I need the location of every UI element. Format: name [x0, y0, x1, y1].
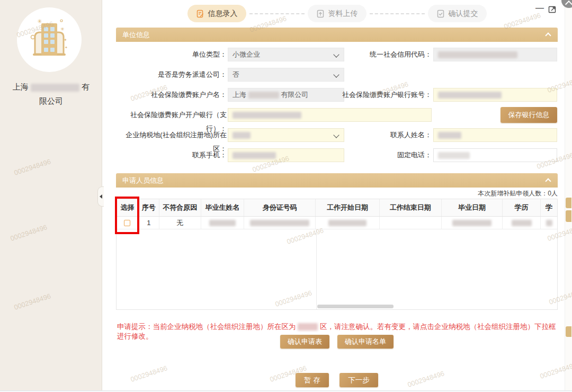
save-bank-info-button[interactable]: 保存银行信息 [501, 107, 557, 123]
table-empty-area [117, 229, 557, 309]
cell-reason: 无 [159, 217, 201, 229]
bank-branch-label: 社会保险缴费账户开户银行（支行）： [116, 108, 227, 122]
redacted-district [298, 323, 318, 331]
section-title: 申请人员信息 [122, 176, 164, 185]
redacted-company-name [31, 84, 79, 92]
unit-type-label: 单位类型： [116, 48, 227, 61]
col-work-start: 工作开始日期 [316, 199, 380, 216]
col-id-number: 身份证号码 [244, 199, 316, 216]
table-row: 1 无 [117, 217, 557, 229]
clipped-widget-fragment[interactable] [566, 210, 571, 222]
main-panel: — 信息录入 [102, 0, 572, 392]
clipped-widget-fragment[interactable] [566, 198, 571, 208]
section-title: 单位信息 [122, 30, 150, 40]
floating-widget-button[interactable] [561, 0, 572, 8]
col-reason: 不符合原因 [159, 199, 201, 216]
phone-input[interactable] [433, 148, 557, 162]
horizontal-scrollbar-thumb[interactable] [317, 305, 394, 308]
col-clipped: 学 [541, 199, 557, 216]
company-name-line2: 限公司 [0, 94, 102, 108]
step-connector [249, 13, 305, 14]
company-avatar: ✳ ✳ ✦ ✦ [17, 7, 82, 72]
footer-actions: 暂 存 下一步 [116, 373, 558, 387]
confirm-actions: 确认申请表 确认申请名单 [116, 335, 558, 349]
cell-clipped [541, 217, 557, 229]
mobile-label: 联系手机： [116, 148, 227, 162]
col-seq: 序号 [139, 199, 159, 216]
district-label: 企业纳税地(社会组织注册地)所在区： [116, 128, 227, 142]
section-header-unit-info: 单位信息 [116, 28, 558, 42]
check-doc-icon [436, 10, 445, 18]
cell-graduation-date [442, 217, 503, 229]
step-material-upload[interactable]: 资料上传 [308, 5, 367, 22]
bank-branch-input[interactable] [228, 108, 432, 122]
save-draft-button[interactable]: 暂 存 [296, 373, 329, 387]
credit-code-label: 统一社会信用代码： [317, 48, 432, 61]
fixed-column-divider [316, 229, 317, 309]
arrow-left-icon [100, 194, 102, 199]
bank-account-input[interactable] [433, 88, 557, 102]
col-graduation-date: 毕业日期 [442, 199, 503, 216]
cell-education [503, 217, 541, 229]
confirm-application-list-button[interactable]: 确认申请名单 [337, 335, 394, 349]
applicants-table: 选择 序号 不符合原因 毕业生姓名 身份证号码 工作开始日期 工作结束日期 毕业… [116, 199, 558, 310]
sidebar: ✳ ✳ ✦ ✦ 上海 有 限公司 [0, 0, 102, 392]
svg-text:✳: ✳ [37, 18, 42, 24]
table-header-row: 选择 序号 不符合原因 毕业生姓名 身份证号码 工作开始日期 工作结束日期 毕业… [117, 199, 557, 217]
step-label: 资料上传 [328, 9, 358, 19]
col-graduate-name: 毕业生姓名 [201, 199, 245, 216]
company-name-prefix: 上海 [13, 82, 29, 91]
step-connector [370, 13, 425, 14]
company-name: 上海 有 限公司 [0, 79, 102, 108]
building-icon: ✳ ✳ ✦ ✦ [26, 17, 72, 63]
collapse-chevron-icon[interactable] [545, 32, 551, 38]
stepper: 信息录入 资料上传 确认提交 [116, 5, 558, 22]
step-info-entry[interactable]: 信息录入 [187, 5, 246, 22]
cell-seq: 1 [139, 217, 159, 229]
col-education: 学历 [503, 199, 541, 216]
applicant-count-note: 本次新增补贴申领人数：0人 [116, 189, 558, 198]
phone-label: 固定电话： [317, 148, 432, 162]
cell-graduate-name [201, 217, 245, 229]
credit-code-input[interactable] [433, 48, 557, 61]
section-header-applicants: 申请人员信息 [116, 173, 558, 188]
col-select: 选择 [117, 199, 139, 216]
clipped-widget-fragment[interactable] [566, 326, 571, 337]
cell-work-start [316, 217, 380, 229]
edit-doc-icon [196, 10, 204, 18]
cell-id-number [244, 217, 316, 229]
svg-text:✳: ✳ [60, 26, 65, 32]
company-name-suffix: 有 [82, 82, 90, 91]
confirm-application-form-button[interactable]: 确认申请表 [280, 335, 329, 349]
application-window: ✳ ✳ ✦ ✦ 上海 有 限公司 — [0, 0, 572, 392]
row-select-checkbox[interactable] [124, 220, 130, 226]
contact-name-input[interactable] [433, 128, 557, 142]
labor-dispatch-label: 是否是劳务派遣公司： [116, 68, 227, 82]
labor-dispatch-select[interactable]: 否 [228, 68, 344, 82]
sidebar-collapse-handle[interactable] [97, 186, 104, 207]
bank-account-label: 社会保险缴费账户银行账号： [317, 88, 432, 102]
collapse-chevron-icon[interactable] [545, 178, 551, 184]
next-step-button[interactable]: 下一步 [339, 373, 378, 387]
hint-text-before: 申请提示：当前企业纳税地（社会组织注册地）所在区为 [117, 323, 296, 331]
svg-text:✦: ✦ [64, 38, 67, 42]
form-content: 信息录入 资料上传 确认提交 [116, 0, 558, 392]
svg-text:✦: ✦ [65, 46, 68, 49]
col-work-end: 工作结束日期 [380, 199, 442, 216]
step-confirm-submit[interactable]: 确认提交 [428, 5, 487, 22]
contact-name-label: 联系人姓名： [317, 128, 432, 142]
step-label: 确认提交 [449, 9, 478, 19]
cell-work-end [380, 217, 442, 229]
step-label: 信息录入 [208, 9, 238, 19]
right-edge-strip [565, 0, 572, 392]
upload-doc-icon [316, 10, 325, 18]
account-name-label: 社会保险缴费账户户名： [116, 88, 227, 102]
